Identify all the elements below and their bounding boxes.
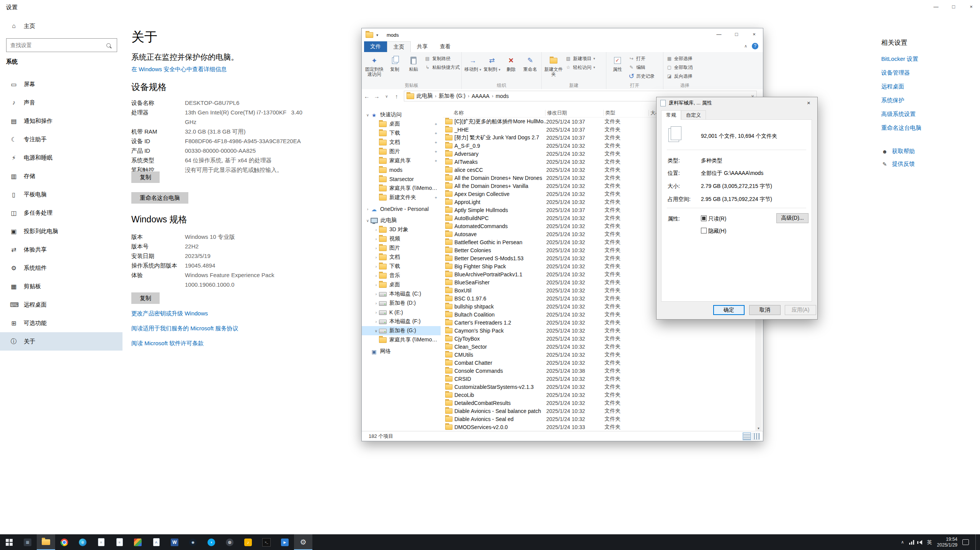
related-settings-link[interactable]: 远程桌面 bbox=[881, 83, 973, 90]
new-folder-button[interactable]: 新建文件夹 bbox=[543, 53, 564, 77]
sidebar-item[interactable]: ▥ 存储 bbox=[0, 167, 122, 185]
copy-path-button[interactable]: ▤ 复制路径 bbox=[425, 55, 460, 62]
nav-item[interactable]: › 新加卷 (D:) bbox=[362, 299, 441, 308]
taskbar-app-button[interactable]: ♪ bbox=[239, 534, 257, 550]
qat-dropdown-icon[interactable]: ▾ bbox=[376, 33, 378, 37]
expand-chevron-icon[interactable]: › bbox=[373, 228, 379, 232]
close-button[interactable]: × bbox=[962, 0, 980, 13]
taskbar-app-button[interactable]: ≡ bbox=[110, 534, 129, 550]
column-header-date[interactable]: 修改日期 bbox=[546, 110, 604, 116]
taskbar-app-button[interactable] bbox=[55, 534, 74, 550]
settings-bottom-link[interactable]: 阅读 Microsoft 软件许可条款 bbox=[131, 340, 346, 347]
nav-item[interactable]: › 下载 bbox=[362, 262, 441, 271]
history-button[interactable]: ↺ 历史记录 bbox=[629, 73, 655, 80]
recent-locations-icon[interactable]: ∨ bbox=[382, 94, 392, 98]
select-none-button[interactable]: ▢ 全部取消 bbox=[666, 64, 693, 71]
minimize-button[interactable]: — bbox=[927, 0, 945, 13]
expand-chevron-icon[interactable]: › bbox=[373, 274, 379, 278]
copy-button[interactable]: 复制 bbox=[385, 53, 404, 72]
breadcrumb[interactable]: 新加卷 (G:)› bbox=[439, 93, 469, 100]
expand-chevron-icon[interactable]: › bbox=[373, 237, 379, 241]
file-row[interactable]: Diable Avionics - Seal ed 2025/1/24 10:3… bbox=[443, 415, 755, 423]
taskbar-app-button[interactable]: ◉ bbox=[184, 534, 202, 550]
file-row[interactable]: CMUtils 2025/1/24 10:32 文件夹 bbox=[443, 351, 755, 359]
related-settings-link[interactable]: 设备管理器 bbox=[881, 69, 973, 77]
volume-icon[interactable] bbox=[919, 540, 922, 545]
nav-item[interactable]: 家庭共享 ✦ bbox=[362, 156, 441, 165]
taskbar-app-button[interactable]: W bbox=[165, 534, 184, 550]
nav-item[interactable]: ∨ ★ 快速访问 bbox=[362, 110, 441, 119]
tab-home[interactable]: 主页 bbox=[387, 41, 411, 52]
taskbar-app-button[interactable]: ▶ bbox=[276, 534, 294, 550]
file-row[interactable]: Caymon's Ship Pack 2025/1/24 10:32 文件夹 bbox=[443, 326, 755, 335]
close-button[interactable]: × bbox=[745, 28, 763, 40]
nav-item[interactable]: 新建文件夹 ✦ bbox=[362, 193, 441, 202]
taskbar-app-button[interactable]: e bbox=[74, 534, 92, 550]
expand-chevron-icon[interactable]: › bbox=[373, 246, 379, 250]
expand-chevron-icon[interactable]: › bbox=[373, 283, 379, 287]
new-item-button[interactable]: ▧ 新建项目▾ bbox=[565, 55, 595, 62]
readonly-checkbox[interactable] bbox=[701, 215, 707, 221]
sidebar-item[interactable]: ⚙ 系统组件 bbox=[0, 259, 122, 277]
sidebar-item[interactable]: ☾ 专注助手 bbox=[0, 130, 122, 149]
nav-item[interactable]: ∨ 新加卷 (G:) bbox=[362, 326, 441, 335]
show-desktop-button[interactable] bbox=[975, 534, 978, 550]
file-row[interactable]: DMODServices-v2.0.0 2025/1/24 10:33 文件夹 bbox=[443, 423, 755, 431]
related-settings-link[interactable]: BitLocker 设置 bbox=[881, 55, 973, 63]
expand-chevron-icon[interactable]: › bbox=[373, 320, 379, 324]
paste-button[interactable]: 粘贴 bbox=[404, 53, 423, 72]
edit-button[interactable]: ✎ 编辑 bbox=[629, 64, 655, 71]
hidden-icons-chevron[interactable]: ∧ bbox=[901, 540, 904, 545]
file-row[interactable]: Diable Avionics - Seal balance patch 202… bbox=[443, 407, 755, 415]
expand-chevron-icon[interactable]: ∨ bbox=[373, 329, 379, 333]
tab-share[interactable]: 共享 bbox=[411, 41, 434, 52]
expand-chevron-icon[interactable]: › bbox=[373, 292, 379, 296]
up-button[interactable]: ↑ bbox=[392, 93, 402, 100]
cancel-button[interactable]: 取消 bbox=[749, 305, 781, 315]
security-center-link[interactable]: 在 Windows 安全中心中查看详细信息 bbox=[131, 66, 227, 73]
related-settings-link[interactable]: 系统保护 bbox=[881, 97, 973, 104]
expand-chevron-icon[interactable]: › bbox=[373, 264, 379, 269]
hidden-checkbox[interactable] bbox=[701, 228, 707, 233]
taskbar-app-button[interactable]: ≡ bbox=[92, 534, 110, 550]
dialog-close-button[interactable]: × bbox=[800, 97, 817, 108]
help-link[interactable]: 提供反馈 bbox=[892, 160, 915, 168]
file-row[interactable]: Combat Chatter 2025/1/24 10:32 文件夹 bbox=[443, 359, 755, 367]
sidebar-item[interactable]: ▤ 通知和操作 bbox=[0, 112, 122, 130]
minimize-button[interactable]: — bbox=[710, 28, 728, 40]
nav-item[interactable]: › 桌面 bbox=[362, 280, 441, 289]
maximize-button[interactable]: □ bbox=[945, 0, 962, 13]
settings-bottom-link[interactable]: 阅读适用于我们服务的 Microsoft 服务协议 bbox=[131, 325, 346, 332]
select-all-button[interactable]: ▦ 全部选择 bbox=[666, 55, 693, 62]
taskbar-app-button[interactable]: ◖ bbox=[202, 534, 220, 550]
related-settings-link[interactable]: 重命名这台电脑 bbox=[881, 124, 973, 132]
breadcrumb[interactable]: AAAAA› bbox=[472, 93, 493, 99]
open-button[interactable]: ↪ 打开 bbox=[629, 55, 655, 62]
nav-item[interactable]: › 视频 bbox=[362, 234, 441, 243]
nav-item[interactable]: ∨ 此电脑 bbox=[362, 216, 441, 225]
nav-item[interactable]: 桌面 ✦ bbox=[362, 119, 441, 129]
copy-windows-spec-button[interactable]: 复制 bbox=[131, 292, 160, 304]
start-button[interactable] bbox=[0, 534, 18, 550]
nav-item[interactable]: Starsector bbox=[362, 175, 441, 184]
file-row[interactable]: Clean_Sector 2025/1/24 10:32 文件夹 bbox=[443, 343, 755, 351]
properties-button[interactable]: ✓ 属性 bbox=[608, 53, 627, 72]
nav-item[interactable]: 图片 ✦ bbox=[362, 147, 441, 156]
tab-view[interactable]: 查看 bbox=[434, 41, 457, 52]
rename-button[interactable]: ✎ 重命名 bbox=[521, 53, 540, 72]
sidebar-item[interactable]: ⚡ 电源和睡眠 bbox=[0, 149, 122, 167]
search-icon[interactable] bbox=[106, 43, 111, 47]
expand-chevron-icon[interactable]: › bbox=[365, 207, 371, 211]
sidebar-item[interactable]: ▦ 剪贴板 bbox=[0, 277, 122, 295]
taskbar-app-button[interactable]: ◍ bbox=[220, 534, 239, 550]
column-header-name[interactable]: 名称 bbox=[443, 110, 546, 116]
sidebar-item[interactable]: ◫ 多任务处理 bbox=[0, 204, 122, 222]
details-view-button[interactable] bbox=[743, 433, 751, 440]
sidebar-item-home[interactable]: ⌂ 主页 bbox=[0, 18, 122, 34]
nav-item[interactable]: › ☁ OneDrive - Personal bbox=[362, 204, 441, 214]
help-link-row[interactable]: ☻ 获取帮助 bbox=[881, 148, 973, 155]
scroll-down-icon[interactable]: ▼ bbox=[755, 427, 762, 430]
thumbnails-view-button[interactable] bbox=[752, 433, 760, 440]
dialog-tab-general[interactable]: 常规 bbox=[661, 110, 681, 120]
file-row[interactable]: CustomizableStarSystems-v2.1.3 2025/1/24… bbox=[443, 383, 755, 391]
